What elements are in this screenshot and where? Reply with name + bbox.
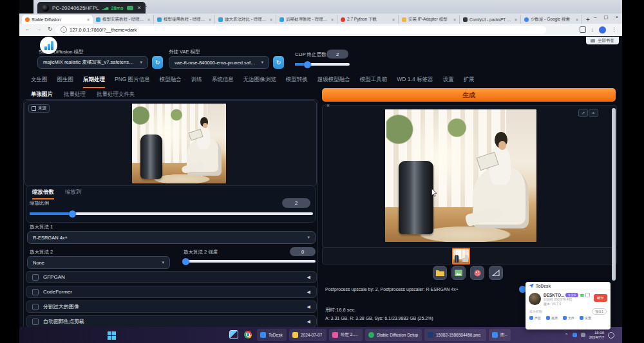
upscaler2-strength-slider[interactable] [184,260,316,263]
refresh-models-button[interactable]: ↻ [152,56,163,69]
forward-button[interactable]: → [36,26,42,32]
upscaler2-dropdown[interactable]: None ▾ [27,256,170,269]
tab-checkpoint-merger[interactable]: 模型融合 [160,76,182,88]
preset-button[interactable]: 预设1 [592,308,607,315]
notification-bell-icon[interactable] [608,332,614,338]
remote-new-tab-button[interactable]: + [143,2,147,10]
clear-image-button[interactable]: × [327,102,330,109]
tab-model-toolkit[interactable]: 模型工具箱 [360,76,388,88]
disconnect-button[interactable]: 断开 [594,294,607,302]
ruler-button[interactable] [489,266,503,280]
browser-tab[interactable]: 少数派 - Google 搜索× [521,15,582,24]
accordion-split-oversized[interactable]: 分割过大的图像 ◀ [26,301,317,313]
tab-extras[interactable]: 后期处理 [83,76,105,88]
tab-settings[interactable]: 设置 [442,76,453,88]
tab-scale-to[interactable]: 缩放到 [65,189,82,199]
tray-todesk-icon[interactable] [573,333,577,337]
close-window-button[interactable]: × [616,14,618,20]
reload-button[interactable]: ↻ [48,26,53,32]
page-scrollbar[interactable] [612,108,616,281]
sd-model-dropdown[interactable]: majicMIX realistic 麦橘写实_v7.safetensors [… [37,56,148,69]
open-folder-button[interactable] [433,266,447,280]
maximize-button[interactable]: ▢ [604,14,609,20]
tab-scale-by[interactable]: 缩放倍数 [32,189,54,199]
tab-wd14-tagger[interactable]: WD 1.4 标签器 [397,76,433,88]
source-image-preview[interactable] [132,104,226,183]
result-image[interactable] [385,109,536,242]
close-result-button[interactable]: × [589,109,598,117]
browser-tab[interactable]: 放大算法对比 - 哔哩哔哩× [215,15,276,24]
remote-tab-close-icon[interactable]: × [138,5,141,11]
url-field[interactable]: i 127.0.0.1:7860/?__theme=dark [55,26,546,34]
accordion-gfpgan[interactable]: GFPGAN ◀ [26,271,317,283]
clip-skip-slider[interactable] [295,63,350,66]
taskbar-item-launcher[interactable]: 绘世 2.6.5 [329,329,363,341]
browser-tab[interactable]: 后期处理教程 - 哔哩哔哩× [276,15,337,24]
checkbox[interactable] [32,274,39,281]
sound-control[interactable]: 声音 [529,316,541,320]
extension-icon[interactable] [580,26,586,33]
taskbar-item-sd-setup[interactable]: Stable Diffusion Setup [365,329,422,341]
accordion-codeformer[interactable]: CodeFormer ◀ [26,286,317,298]
tab-png-info[interactable]: PNG 图片信息 [115,76,150,88]
taskbar-clock[interactable]: 18:08 2024/7/7 [589,331,604,340]
tab-train[interactable]: 训练 [191,76,202,88]
profile-avatar[interactable] [599,26,606,33]
checkbox[interactable] [32,319,39,325]
clip-skip-value[interactable]: 2 [327,50,348,59]
checkbox[interactable] [32,289,39,295]
generate-button[interactable]: 生成 [322,88,616,102]
upscaler2-strength-value[interactable]: 0 [290,247,316,256]
taskbar-item-pictures[interactable]: 图片 [489,329,511,341]
browser-tab[interactable]: 2.7 Python 下载× [337,15,399,24]
taskbar-item-png-file[interactable]: 15082-1586584456.png [424,329,486,341]
quality-control[interactable]: 画质 [546,316,558,320]
browser-new-tab-button[interactable]: + [586,16,590,23]
vae-dropdown[interactable]: vae-ft-mse-840000-ema-pruned.safetensors… [169,56,269,69]
minimize-button[interactable]: – [594,14,596,20]
tab-infinite-browser[interactable]: 无边图像浏览 [243,76,276,88]
tab-close-icon[interactable]: × [331,17,334,22]
browser-menu-icon[interactable]: ⋮ [611,26,617,33]
phone-icon[interactable]: ☎ [580,293,584,297]
tab-super-merger[interactable]: 超级模型融合 [317,76,350,88]
resize-value[interactable]: 2 [282,198,310,208]
task-view-button[interactable] [229,329,239,340]
tab-close-icon[interactable]: × [515,17,517,22]
back-button[interactable]: ← [24,26,30,32]
tab-extensions[interactable]: 扩展 [463,76,474,88]
remote-session-tab[interactable]: PC-20240625HFPL ▁▃▅ 28ms × [37,2,146,14]
site-info-icon[interactable]: i [61,26,67,33]
browser-tab-active[interactable]: Stable Diffusion × [22,15,93,24]
tab-close-icon[interactable]: × [392,17,395,22]
settings-control[interactable]: 设置 [580,316,591,320]
save-image-button[interactable] [451,266,466,280]
tray-expand-icon[interactable]: ⌃ [565,333,569,338]
browser-tab[interactable]: ComfyUI - packsPT Studio× [460,15,521,24]
file-control[interactable]: 文件 [563,316,574,320]
tray-icon[interactable] [581,333,585,337]
browser-tab[interactable]: 模型使用教程 - 哔哩哔哩× [154,15,215,24]
mic-icon[interactable] [585,293,590,297]
tab-close-icon[interactable]: × [147,17,150,22]
tab-model-converter[interactable]: 模型转换 [286,76,308,88]
tab-close-icon[interactable]: × [270,17,272,22]
checkbox[interactable] [32,304,39,310]
tab-img2img[interactable]: 图生图 [57,76,74,88]
expand-image-button[interactable]: ↗ [578,109,588,117]
taskbar-item-folder[interactable]: 2024-07-07 [289,329,327,341]
tab-close-icon[interactable]: × [453,17,456,22]
resize-slider[interactable] [30,212,313,215]
taskbar-item-todesk[interactable]: ToDesk [257,329,287,341]
tab-txt2img[interactable]: 文生图 [31,76,48,88]
tab-close-icon[interactable]: × [576,17,578,22]
todesk-header[interactable]: ToDesk [526,282,611,290]
gallery-thumbnail-selected[interactable] [452,248,470,264]
refresh-vae-button[interactable]: ↻ [273,56,284,69]
upscaler1-dropdown[interactable]: R-ESRGAN 4x+ ▾ [27,231,316,244]
accordion-auto-focal-crop[interactable]: 自动面部焦点剪裁 ◀ [26,315,317,328]
tab-system-info[interactable]: 系统信息 [212,76,234,88]
start-button[interactable] [108,331,116,342]
tab-close-icon[interactable]: × [209,17,211,22]
palette-button[interactable] [470,266,484,280]
